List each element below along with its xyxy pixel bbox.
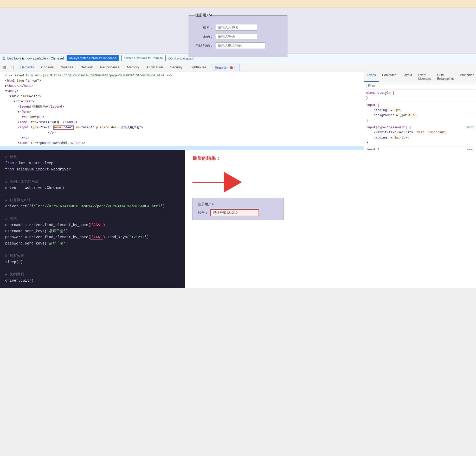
info-icon: ℹ (3, 56, 5, 61)
code-line-comment-observe: # 观察效果 (5, 253, 179, 259)
code-line-comment-url: # 打开网址url (5, 197, 179, 204)
bottom-section: # 导包 from time import sleep from seleniu… (0, 150, 476, 288)
result-username-input[interactable] (210, 209, 259, 216)
code-line-empty2 (5, 191, 179, 197)
tab-console[interactable]: Console (37, 64, 57, 71)
result-panel: 最后的结果： 注册用户A 账号： (185, 150, 476, 288)
css-rule-input-1: input { padding: ▶ 5px; background: ▶ #f… (364, 102, 476, 124)
tab-event-listeners[interactable]: Event Listeners (415, 72, 434, 82)
form-row-username: 账号： (195, 24, 281, 31)
html-line-input-pwd: <input type="password" name="AAA" id="pa… (0, 146, 364, 150)
styles-tabs: Styles Computed Layout Event Listeners D… (364, 72, 476, 82)
arrow-shaft (192, 182, 224, 183)
result-field-label: 账号： (198, 210, 208, 215)
tab-application[interactable]: Application (143, 64, 167, 71)
phone-input[interactable] (216, 42, 265, 49)
tab-lighthouse[interactable]: Lighthouse (186, 64, 210, 71)
code-line-sleep: sleep(3) (5, 259, 179, 266)
code-line-comment-import: # 导包 (5, 154, 179, 160)
html-line-body: ▼<body> (0, 89, 364, 94)
password-input[interactable] (216, 33, 257, 40)
css-rule-input-2: input {user writing-mode: horizontal-tb … (364, 147, 476, 150)
css-rule-input-password: input[type="password"] {user -webkit-tex… (364, 124, 476, 147)
devtools-menu-icon[interactable]: ☰ (1, 64, 9, 71)
result-form-box: 注册用户A 账号： (192, 198, 284, 220)
code-line-from-time: from time import sleep (5, 160, 179, 167)
tab-performance[interactable]: Performance (97, 64, 123, 71)
tab-sources[interactable]: Sources (57, 64, 77, 71)
code-line-from-selenium: from selenium import webdriver (5, 167, 179, 173)
tab-elements[interactable]: Elements (16, 64, 37, 71)
arrow-graphic (192, 172, 242, 193)
arrow-head (224, 172, 242, 193)
recorder-close-icon[interactable]: × (234, 66, 236, 69)
tab-recorder[interactable]: Recorder 🔴 × (211, 64, 240, 71)
tab-memory[interactable]: Memory (123, 64, 143, 71)
arrow-row (192, 172, 468, 193)
recorder-icon: 🔴 (230, 66, 233, 69)
code-editor: # 导包 from time import sleep from seleniu… (0, 150, 185, 288)
browser-top-bar (0, 0, 476, 8)
tab-layout[interactable]: Layout (400, 72, 415, 82)
html-line-p2: ▼<p> (0, 135, 364, 141)
tab-dom-breakpoints[interactable]: DOM Breakpoints (434, 72, 457, 82)
html-panel: <!-- saved from url=(0059)file:///D:/%E6… (0, 72, 364, 150)
password-label: 密码： (195, 34, 214, 39)
dont-show-again-link[interactable]: Don't show again (168, 56, 194, 60)
html-line-label-pwdA: <label for="passwordA">密码，</label> (0, 141, 364, 146)
result-form-row: 账号： (198, 209, 278, 216)
code-line-username-sendkeys: username.send_keys('易烊千玺') (5, 228, 179, 235)
form-legend: 注册用户A (195, 13, 212, 18)
css-rule-element-style: element.style { } (364, 90, 476, 102)
result-form-legend: 注册用户A (198, 202, 278, 207)
tab-styles[interactable]: Styles (364, 72, 379, 82)
html-line-close-p: </p> (0, 130, 364, 135)
recorder-label: Recorder (215, 66, 229, 70)
code-line-comment-require: # 需求| (5, 216, 179, 222)
html-line-legend: <legend>注册用户A</legend> (0, 104, 364, 109)
html-line-fieldset: ▼<fieldset> (0, 99, 364, 104)
devtools-main-content: <!-- saved from url=(0059)file:///D:/%E6… (0, 72, 476, 150)
styles-filter-row (364, 82, 476, 90)
bottom-whitespace (0, 288, 476, 340)
form-row-phone: 电话号码： (195, 42, 281, 49)
devtools-tabs-bar: ☰ ⬚ Elements Console Sources Network Per… (0, 63, 476, 72)
code-line-comment-close: # 关闭网页 (5, 272, 179, 278)
username-input[interactable] (216, 24, 257, 31)
code-line-empty5 (5, 265, 179, 272)
html-line-html-tag: <html lang="zh-cn"> (0, 78, 364, 83)
html-line-div: ▼<div class="zc"> (0, 94, 364, 99)
tab-network[interactable]: Network (77, 64, 97, 71)
html-line-label-userA: <label for="userA">账号，</label> (0, 120, 364, 125)
tab-security[interactable]: Security (166, 64, 186, 71)
match-language-button[interactable]: Always match Chrome's language (67, 55, 119, 61)
code-line-comment-instance: # 实例化浏览器对象 (5, 179, 179, 185)
code-line-password-find: password = driver.find_element_by_name('… (5, 234, 179, 241)
tab-properties[interactable]: Properties (457, 72, 476, 82)
code-line-empty1 (5, 173, 179, 179)
html-line-form: ▼<form> (0, 109, 364, 115)
code-line-empty3 (5, 210, 179, 216)
tab-computed[interactable]: Computed (379, 72, 400, 82)
code-line-username-find: username = driver.find_element_by_name('… (5, 222, 179, 228)
code-line-empty4 (5, 247, 179, 253)
html-line-head: ▶<head>…</head> (0, 83, 364, 89)
notification-text: DevTools is now available in Chinese! (7, 56, 64, 60)
code-line-driver-quit: driver.quit() (5, 278, 179, 284)
phone-label: 电话号码： (195, 43, 214, 48)
code-line-driver-chrome: driver = webdriver.Chrome() (5, 185, 179, 191)
form-row-password: 密码： (195, 33, 281, 40)
styles-filter-input[interactable] (366, 83, 474, 88)
styles-panel: Styles Computed Layout Event Listeners D… (364, 72, 476, 150)
register-form-fieldset: 注册用户A 账号： 密码： 电话号码： (189, 13, 287, 57)
code-line-driver-get: driver.get('file:///D:/%E6%A1%8C%E9%9D%A… (5, 203, 179, 210)
code-line-password-sendkeys: password.send_keys('易烊千玺') (5, 241, 179, 247)
result-label: 最后的结果： (192, 155, 468, 161)
html-line-p-pa: ▼<p id="pa"> (0, 115, 364, 120)
devtools-layout-icon[interactable]: ⬚ (9, 64, 16, 71)
username-label: 账号： (195, 25, 214, 30)
switch-devtools-button[interactable]: Switch DevTools to Chinese (121, 55, 166, 61)
html-line-comment: <!-- saved from url=(0059)file:///D:/%E6… (0, 73, 364, 78)
webpage-area: 注册用户A 账号： 密码： 电话号码： (0, 8, 476, 53)
html-line-input-userA: <input type="text" name="AAA" id="userA"… (0, 125, 364, 130)
